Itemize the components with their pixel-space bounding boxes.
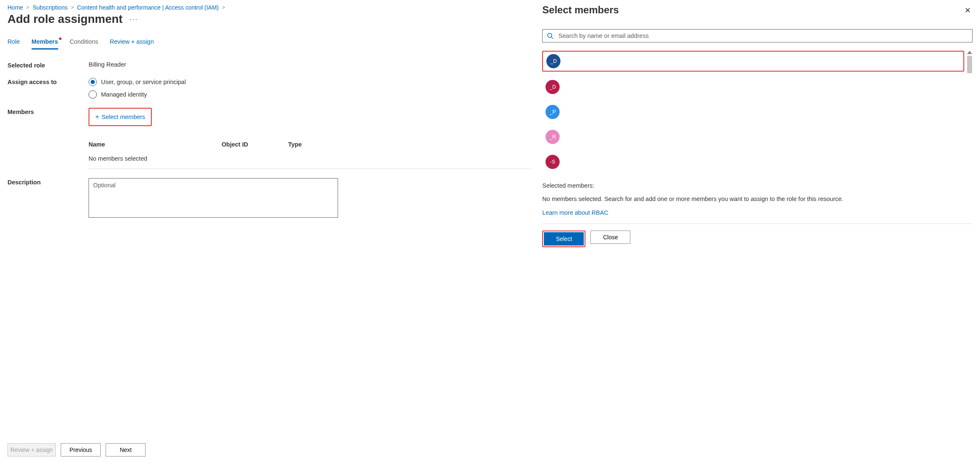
description-input[interactable] xyxy=(89,178,338,218)
divider xyxy=(542,223,973,224)
radio-user-label: User, group, or service principal xyxy=(101,79,186,85)
result-item[interactable]: _D xyxy=(542,51,964,72)
review-assign-button[interactable]: Review + assign xyxy=(7,443,56,457)
close-button[interactable]: Close xyxy=(590,231,630,244)
scroll-thumb[interactable] xyxy=(967,56,972,73)
radio-icon xyxy=(89,90,97,99)
result-item[interactable]: -S xyxy=(542,152,964,171)
select-button[interactable]: Select xyxy=(544,232,584,246)
radio-mi-label: Managed identity xyxy=(101,91,147,98)
avatar: _D xyxy=(546,80,560,94)
breadcrumb-separator: > xyxy=(71,5,74,10)
validation-dot-icon xyxy=(59,37,62,40)
select-members-button[interactable]: + Select members xyxy=(89,108,152,126)
breadcrumb-subscriptions[interactable]: Subscriptions xyxy=(32,4,67,11)
assign-access-label: Assign access to xyxy=(7,78,89,99)
close-icon[interactable]: ✕ xyxy=(963,4,973,17)
selected-members-empty-text: No members selected. Search for and add … xyxy=(542,195,973,203)
result-item[interactable]: _R xyxy=(542,127,964,146)
search-icon xyxy=(547,32,553,39)
breadcrumb-iam[interactable]: Content health and performance | Access … xyxy=(77,4,219,11)
scroll-up-icon xyxy=(967,51,972,54)
search-input[interactable] xyxy=(558,32,968,40)
tab-role[interactable]: Role xyxy=(7,38,20,50)
avatar: _R xyxy=(546,130,560,144)
result-item[interactable]: _D xyxy=(542,77,964,97)
members-col-object-id: Object ID xyxy=(222,141,288,148)
members-col-name: Name xyxy=(89,141,222,148)
members-col-type: Type xyxy=(288,141,531,148)
tab-members-label: Members xyxy=(32,38,58,45)
select-members-text: Select members xyxy=(101,114,145,120)
tabs: Role Members Conditions Review + assign xyxy=(7,38,531,50)
tab-members[interactable]: Members xyxy=(32,38,58,50)
breadcrumb-home[interactable]: Home xyxy=(7,4,23,11)
pane-title: Select members xyxy=(542,4,619,16)
breadcrumb: Home > Subscriptions > Content health an… xyxy=(7,4,531,11)
result-item[interactable]: _P xyxy=(542,102,964,122)
selected-role-label: Selected role xyxy=(7,61,89,69)
radio-managed-identity[interactable]: Managed identity xyxy=(89,90,531,99)
previous-button[interactable]: Previous xyxy=(61,443,101,457)
divider xyxy=(89,169,531,169)
search-input-wrapper[interactable] xyxy=(542,29,973,42)
members-empty-text: No members selected xyxy=(89,151,531,169)
svg-line-1 xyxy=(551,37,553,39)
tab-review-assign[interactable]: Review + assign xyxy=(110,38,154,50)
selected-role-value: Billing Reader xyxy=(89,61,531,69)
more-actions-icon[interactable]: ··· xyxy=(129,15,138,24)
results-list: _D_D_P_R-S xyxy=(542,51,964,171)
selected-members-heading: Selected members: xyxy=(542,182,973,189)
page-title: Add role assignment xyxy=(7,12,123,26)
breadcrumb-separator: > xyxy=(222,5,225,10)
tab-conditions[interactable]: Conditions xyxy=(70,38,99,50)
avatar: _P xyxy=(546,105,560,119)
svg-point-0 xyxy=(548,33,552,37)
select-button-highlight: Select xyxy=(542,231,585,247)
avatar: _D xyxy=(546,54,560,68)
radio-user-group-sp[interactable]: User, group, or service principal xyxy=(89,78,531,86)
plus-icon: + xyxy=(95,114,99,120)
radio-icon xyxy=(89,78,97,86)
breadcrumb-separator: > xyxy=(26,5,29,10)
avatar: -S xyxy=(546,155,560,169)
description-label: Description xyxy=(7,178,89,219)
learn-more-link[interactable]: Learn more about RBAC xyxy=(542,209,608,216)
members-label: Members xyxy=(7,108,89,169)
next-button[interactable]: Next xyxy=(106,443,146,457)
scrollbar[interactable] xyxy=(967,51,973,171)
